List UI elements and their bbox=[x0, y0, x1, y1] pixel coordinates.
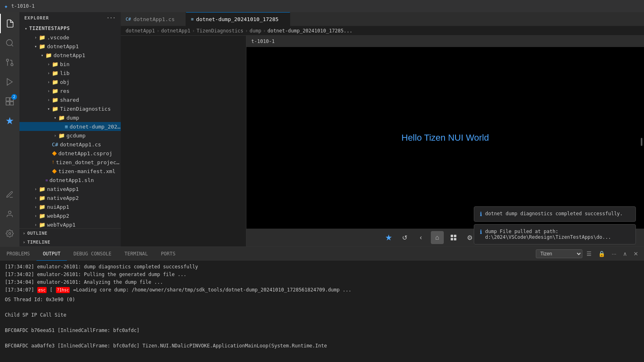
tab-dotnetdump[interactable]: ≡ dotnet-dump_20241010_17285 ✕ bbox=[186, 12, 290, 26]
tree-item-obj[interactable]: › 📁 obj bbox=[19, 77, 121, 86]
folder-icon: 📁 bbox=[52, 70, 58, 76]
tab-label-cs: dotnetApp1.cs bbox=[133, 16, 175, 22]
tree-item-res[interactable]: › 📁 res bbox=[19, 86, 121, 95]
sidebar-more-actions[interactable]: ··· bbox=[107, 15, 116, 21]
tree-item-xml[interactable]: › 🔶 tizen-manifest.xml bbox=[19, 167, 121, 176]
activity-settings[interactable] bbox=[0, 224, 19, 243]
tree-item-sln[interactable]: › ≡ dotnetApp1.sln bbox=[19, 176, 121, 184]
bottom-close-btn[interactable]: ✕ bbox=[631, 249, 641, 259]
bottom-tab-debug-label: DEBUG CONSOLE bbox=[73, 251, 111, 257]
tree-arrow: › bbox=[32, 214, 39, 218]
bottom-tab-ports[interactable]: PORTS bbox=[154, 247, 182, 261]
tab-dotnetapp1cs[interactable]: C# dotnetApp1.cs ✕ bbox=[121, 12, 186, 26]
activity-search[interactable] bbox=[0, 33, 19, 53]
emulator-btn-prev[interactable]: ‹ bbox=[415, 231, 428, 244]
tree-item-webapp2[interactable]: › 📁 webApp2 bbox=[19, 211, 121, 220]
log-content-4-mid: [ bbox=[50, 287, 53, 293]
bottom-overflow-btn[interactable]: ··· bbox=[609, 249, 619, 259]
bottom-maximize-btn[interactable]: ∧ bbox=[620, 249, 629, 259]
activity-run-debug[interactable] bbox=[0, 72, 19, 92]
breadcrumb-part-4: dotnet-dump_20241010_17285... bbox=[267, 28, 353, 34]
breadcrumb-part-3[interactable]: dump bbox=[250, 28, 261, 34]
tree-item-bin[interactable]: › 📁 bin bbox=[19, 60, 121, 69]
tab-cs-icon: C# bbox=[126, 17, 131, 22]
emulator-btn-tizen[interactable] bbox=[382, 231, 395, 244]
output-source-dropdown[interactable]: Tizen Git Extension Host bbox=[536, 249, 582, 258]
xml-file-icon: 🔶 bbox=[52, 169, 57, 174]
activity-bottom bbox=[0, 185, 19, 246]
bottom-list-view-btn[interactable]: ☰ bbox=[584, 249, 594, 259]
tree-item-yaml[interactable]: › ! tizen_dotnet_project.yaml bbox=[19, 158, 121, 167]
outline-label: OUTLINE bbox=[27, 231, 47, 236]
tree-item-tizentestapps[interactable]: ▾ TIZENTESTAPPS bbox=[19, 24, 121, 33]
tree-item-lib[interactable]: › 📁 lib bbox=[19, 69, 121, 77]
activity-explorer[interactable] bbox=[0, 14, 19, 33]
folder-icon: 📁 bbox=[52, 97, 58, 103]
tree-arrow: › bbox=[32, 196, 39, 200]
tree-label-res: res bbox=[60, 88, 69, 94]
folder-icon: 📁 bbox=[39, 43, 45, 49]
tree-label-dump: dump bbox=[66, 115, 79, 121]
tree-item-dotnetapp1-l2[interactable]: ▾ 📁 dotnetApp1 bbox=[19, 51, 121, 60]
activity-remote[interactable] bbox=[0, 185, 19, 204]
tree-label-gcdump: gcdump bbox=[66, 133, 86, 139]
outline-header[interactable]: › OUTLINE bbox=[19, 229, 121, 238]
tree-arrow: › bbox=[32, 35, 39, 40]
tree-item-vscode[interactable]: › 📁 .vscode bbox=[19, 33, 121, 42]
tree-arrow: › bbox=[32, 205, 39, 209]
folder-icon: 📁 bbox=[45, 52, 52, 58]
emulator-btn-refresh-back[interactable]: ↺ bbox=[398, 231, 411, 244]
tree-label-yaml: tizen_dotnet_project.yaml bbox=[56, 159, 121, 165]
breadcrumb-part-2[interactable]: TizenDiagnostics bbox=[197, 28, 244, 34]
tree-label-lib: lib bbox=[60, 70, 69, 76]
tree-arrow: › bbox=[45, 98, 52, 102]
folder-icon: 📁 bbox=[39, 186, 45, 192]
tree-item-nuiapp1[interactable]: › 📁 nuiApp1 bbox=[19, 202, 121, 211]
timeline-header[interactable]: › TIMELINE bbox=[19, 238, 121, 246]
sidebar-header: EXPLORER ··· bbox=[19, 12, 121, 24]
tree-item-webtvapp1[interactable]: › 📁 webTvApp1 bbox=[19, 220, 121, 228]
folder-icon: 📁 bbox=[58, 133, 65, 139]
bottom-tab-terminal-label: TERMINAL bbox=[124, 251, 148, 257]
tree-item-dotnetapp1cs[interactable]: › C# dotnetApp1.cs bbox=[19, 140, 121, 149]
tree-item-dump[interactable]: ▾ 📁 dump bbox=[19, 113, 121, 122]
tree-item-tizendiag[interactable]: ▾ 📁 TizenDiagnostics bbox=[19, 104, 121, 113]
bottom-tab-debug[interactable]: DEBUG CONSOLE bbox=[67, 247, 118, 261]
tabs-bar: C# dotnetApp1.cs ✕ ≡ dotnet-dump_2024101… bbox=[121, 12, 644, 26]
tree-item-shared[interactable]: › 📁 shared bbox=[19, 95, 121, 104]
sidebar-tree: ▾ TIZENTESTAPPS › 📁 .vscode ▾ 📁 dotnetAp… bbox=[19, 24, 121, 228]
emulator-scrollbar[interactable] bbox=[641, 138, 642, 146]
tree-item-dotnetapp1-l1[interactable]: ▾ 📁 dotnetApp1 bbox=[19, 42, 121, 51]
log-addr-1: BFC0AFDC b76eea51 [InlinedCallFrame: bfc… bbox=[5, 327, 639, 334]
tree-label-tizendiag: TizenDiagnostics bbox=[60, 106, 111, 112]
activity-tizen[interactable] bbox=[0, 111, 19, 131]
tree-item-gcdump[interactable]: › 📁 gcdump bbox=[19, 131, 121, 140]
breadcrumb-part-0[interactable]: dotnetApp1 bbox=[126, 28, 155, 34]
log-content-4-post: =Loading core dump: /home/owner/share/tm… bbox=[73, 287, 351, 293]
bottom-tab-terminal[interactable]: TERMINAL bbox=[118, 247, 154, 261]
tree-arrow: › bbox=[32, 223, 39, 227]
bottom-lock-btn[interactable]: 🔒 bbox=[596, 249, 608, 259]
bottom-tab-output[interactable]: OUTPUT bbox=[36, 247, 67, 261]
tree-label-dotnetapp1-l2: dotnetApp1 bbox=[53, 52, 85, 58]
tree-item-dotnetdump-file[interactable]: › ≡ dotnet-dump_20241010_... bbox=[19, 122, 121, 131]
activity-source-control[interactable] bbox=[0, 53, 19, 72]
notifications: ℹ dotnet dump diagnostics completed succ… bbox=[474, 206, 636, 244]
emulator-btn-grid[interactable] bbox=[447, 231, 460, 244]
activity-account[interactable] bbox=[0, 204, 19, 224]
tree-item-nativeapp1[interactable]: › 📁 nativeApp1 bbox=[19, 184, 121, 193]
activity-extensions[interactable]: 2 bbox=[0, 92, 19, 111]
tree-arrow: ▾ bbox=[45, 107, 52, 111]
tree-label-xml: tizen-manifest.xml bbox=[58, 168, 116, 174]
log-os-thread: OS Thread Id: 0x3e90 (0) bbox=[5, 296, 639, 303]
log-os-text: OS Thread Id: 0x3e90 (0) bbox=[5, 297, 75, 302]
tree-item-csproj[interactable]: › 🔶 dotnetApp1.csproj bbox=[19, 149, 121, 158]
breadcrumb-part-1[interactable]: dotnetApp1 bbox=[161, 28, 190, 34]
bottom-tab-problems[interactable]: PROBLEMS bbox=[0, 247, 36, 261]
notification-1: ℹ dotnet dump diagnostics completed succ… bbox=[474, 206, 636, 222]
folder-icon: 📁 bbox=[39, 213, 45, 219]
folder-icon: 📁 bbox=[39, 222, 45, 228]
emulator-btn-home[interactable]: ⌂ bbox=[431, 231, 444, 244]
tree-arrow: › bbox=[52, 133, 58, 138]
tree-item-nativeapp2[interactable]: › 📁 nativeApp2 bbox=[19, 193, 121, 202]
